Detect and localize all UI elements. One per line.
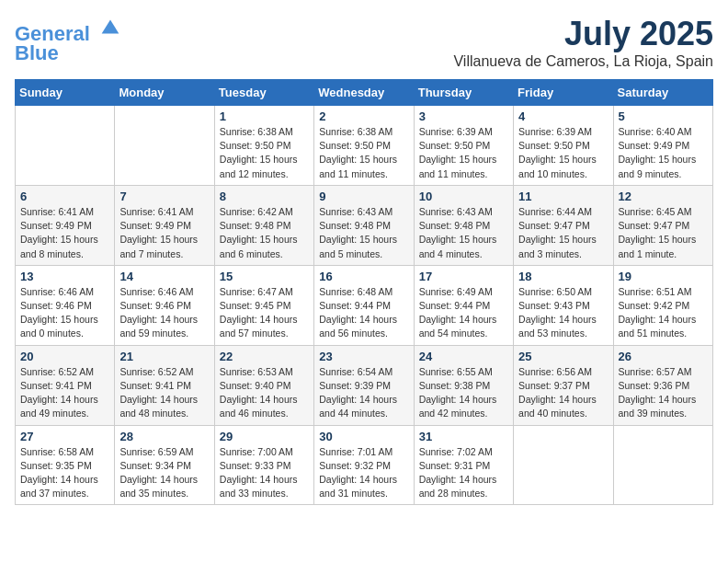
day-info: Sunrise: 6:44 AM Sunset: 9:47 PM Dayligh… — [518, 205, 608, 261]
day-number: 30 — [319, 430, 408, 443]
calendar-cell — [16, 106, 115, 186]
day-info: Sunrise: 6:48 AM Sunset: 9:44 PM Dayligh… — [319, 285, 408, 341]
calendar-cell: 5Sunrise: 6:40 AM Sunset: 9:49 PM Daylig… — [613, 106, 712, 186]
day-number: 31 — [419, 430, 508, 443]
weekday-header: Monday — [115, 80, 214, 106]
day-info: Sunrise: 6:58 AM Sunset: 9:35 PM Dayligh… — [20, 445, 109, 501]
calendar-cell: 2Sunrise: 6:38 AM Sunset: 9:50 PM Daylig… — [314, 106, 414, 186]
calendar-week-row: 27Sunrise: 6:58 AM Sunset: 9:35 PM Dayli… — [16, 425, 713, 505]
calendar-cell: 31Sunrise: 7:02 AM Sunset: 9:31 PM Dayli… — [414, 425, 513, 505]
day-number: 9 — [319, 190, 408, 203]
calendar-cell — [514, 425, 613, 505]
day-info: Sunrise: 6:43 AM Sunset: 9:48 PM Dayligh… — [419, 205, 508, 261]
day-info: Sunrise: 6:46 AM Sunset: 9:46 PM Dayligh… — [119, 285, 209, 341]
calendar-cell: 8Sunrise: 6:42 AM Sunset: 9:48 PM Daylig… — [214, 185, 313, 265]
calendar-cell: 19Sunrise: 6:51 AM Sunset: 9:42 PM Dayli… — [613, 265, 712, 345]
weekday-header: Friday — [514, 80, 613, 106]
calendar-cell: 14Sunrise: 6:46 AM Sunset: 9:46 PM Dayli… — [115, 265, 214, 345]
day-info: Sunrise: 6:46 AM Sunset: 9:46 PM Dayligh… — [20, 285, 109, 341]
day-info: Sunrise: 6:41 AM Sunset: 9:49 PM Dayligh… — [20, 205, 109, 261]
day-info: Sunrise: 7:00 AM Sunset: 9:33 PM Dayligh… — [220, 445, 309, 501]
calendar-cell: 18Sunrise: 6:50 AM Sunset: 9:43 PM Dayli… — [514, 265, 613, 345]
day-info: Sunrise: 7:02 AM Sunset: 9:31 PM Dayligh… — [419, 445, 508, 501]
day-info: Sunrise: 6:52 AM Sunset: 9:41 PM Dayligh… — [119, 365, 209, 421]
logo: General Blue — [15, 15, 123, 65]
weekday-header: Sunday — [16, 80, 115, 106]
page-header: General Blue July 2025 Villanueva de Cam… — [15, 15, 713, 70]
day-number: 28 — [119, 430, 209, 443]
calendar-cell: 24Sunrise: 6:55 AM Sunset: 9:38 PM Dayli… — [414, 345, 513, 425]
calendar-cell: 4Sunrise: 6:39 AM Sunset: 9:50 PM Daylig… — [514, 106, 613, 186]
calendar-cell: 20Sunrise: 6:52 AM Sunset: 9:41 PM Dayli… — [16, 345, 115, 425]
calendar-cell — [613, 425, 712, 505]
calendar-week-row: 20Sunrise: 6:52 AM Sunset: 9:41 PM Dayli… — [16, 345, 713, 425]
day-info: Sunrise: 6:55 AM Sunset: 9:38 PM Dayligh… — [419, 365, 508, 421]
calendar-cell: 10Sunrise: 6:43 AM Sunset: 9:48 PM Dayli… — [414, 185, 513, 265]
calendar-cell: 12Sunrise: 6:45 AM Sunset: 9:47 PM Dayli… — [613, 185, 712, 265]
day-number: 11 — [518, 190, 608, 203]
calendar-cell: 23Sunrise: 6:54 AM Sunset: 9:39 PM Dayli… — [314, 345, 414, 425]
day-number: 26 — [619, 350, 708, 363]
day-number: 12 — [619, 190, 708, 203]
weekday-header: Tuesday — [214, 80, 313, 106]
day-number: 24 — [419, 350, 508, 363]
calendar-cell: 17Sunrise: 6:49 AM Sunset: 9:44 PM Dayli… — [414, 265, 513, 345]
day-info: Sunrise: 6:51 AM Sunset: 9:42 PM Dayligh… — [619, 285, 708, 341]
day-info: Sunrise: 7:01 AM Sunset: 9:32 PM Dayligh… — [319, 445, 408, 501]
day-info: Sunrise: 6:41 AM Sunset: 9:49 PM Dayligh… — [119, 205, 209, 261]
day-info: Sunrise: 6:50 AM Sunset: 9:43 PM Dayligh… — [518, 285, 608, 341]
calendar-cell: 30Sunrise: 7:01 AM Sunset: 9:32 PM Dayli… — [314, 425, 414, 505]
day-number: 15 — [220, 270, 309, 283]
day-info: Sunrise: 6:52 AM Sunset: 9:41 PM Dayligh… — [20, 365, 109, 421]
day-number: 6 — [20, 190, 109, 203]
day-number: 27 — [20, 430, 109, 443]
day-info: Sunrise: 6:38 AM Sunset: 9:50 PM Dayligh… — [319, 125, 408, 181]
calendar-cell: 29Sunrise: 7:00 AM Sunset: 9:33 PM Dayli… — [214, 425, 313, 505]
day-number: 25 — [518, 350, 608, 363]
day-info: Sunrise: 6:53 AM Sunset: 9:40 PM Dayligh… — [220, 365, 309, 421]
calendar-table: SundayMondayTuesdayWednesdayThursdayFrid… — [15, 79, 713, 505]
weekday-header: Saturday — [613, 80, 712, 106]
calendar-cell: 26Sunrise: 6:57 AM Sunset: 9:36 PM Dayli… — [613, 345, 712, 425]
calendar-cell: 13Sunrise: 6:46 AM Sunset: 9:46 PM Dayli… — [16, 265, 115, 345]
calendar-cell: 27Sunrise: 6:58 AM Sunset: 9:35 PM Dayli… — [16, 425, 115, 505]
calendar-cell: 6Sunrise: 6:41 AM Sunset: 9:49 PM Daylig… — [16, 185, 115, 265]
day-number: 16 — [319, 270, 408, 283]
day-info: Sunrise: 6:40 AM Sunset: 9:49 PM Dayligh… — [619, 125, 708, 181]
calendar-cell: 11Sunrise: 6:44 AM Sunset: 9:47 PM Dayli… — [514, 185, 613, 265]
calendar-cell: 25Sunrise: 6:56 AM Sunset: 9:37 PM Dayli… — [514, 345, 613, 425]
day-number: 22 — [220, 350, 309, 363]
calendar-header-row: SundayMondayTuesdayWednesdayThursdayFrid… — [16, 80, 713, 106]
calendar-cell: 7Sunrise: 6:41 AM Sunset: 9:49 PM Daylig… — [115, 185, 214, 265]
calendar-cell: 3Sunrise: 6:39 AM Sunset: 9:50 PM Daylig… — [414, 106, 513, 186]
day-info: Sunrise: 6:56 AM Sunset: 9:37 PM Dayligh… — [518, 365, 608, 421]
calendar-week-row: 6Sunrise: 6:41 AM Sunset: 9:49 PM Daylig… — [16, 185, 713, 265]
month-title: July 2025 — [453, 15, 713, 53]
day-info: Sunrise: 6:57 AM Sunset: 9:36 PM Dayligh… — [619, 365, 708, 421]
day-number: 17 — [419, 270, 508, 283]
day-info: Sunrise: 6:38 AM Sunset: 9:50 PM Dayligh… — [220, 125, 309, 181]
calendar-week-row: 13Sunrise: 6:46 AM Sunset: 9:46 PM Dayli… — [16, 265, 713, 345]
calendar-cell: 9Sunrise: 6:43 AM Sunset: 9:48 PM Daylig… — [314, 185, 414, 265]
day-info: Sunrise: 6:54 AM Sunset: 9:39 PM Dayligh… — [319, 365, 408, 421]
title-section: July 2025 Villanueva de Cameros, La Rioj… — [453, 15, 713, 70]
day-number: 14 — [119, 270, 209, 283]
logo-icon — [97, 15, 123, 40]
calendar-cell: 1Sunrise: 6:38 AM Sunset: 9:50 PM Daylig… — [214, 106, 313, 186]
day-number: 4 — [518, 109, 608, 123]
day-info: Sunrise: 6:59 AM Sunset: 9:34 PM Dayligh… — [119, 445, 209, 501]
day-number: 5 — [619, 109, 708, 123]
day-number: 21 — [119, 350, 209, 363]
day-number: 10 — [419, 190, 508, 203]
day-info: Sunrise: 6:42 AM Sunset: 9:48 PM Dayligh… — [220, 205, 309, 261]
calendar-cell: 16Sunrise: 6:48 AM Sunset: 9:44 PM Dayli… — [314, 265, 414, 345]
weekday-header: Thursday — [414, 80, 513, 106]
day-number: 7 — [119, 190, 209, 203]
calendar-cell: 15Sunrise: 6:47 AM Sunset: 9:45 PM Dayli… — [214, 265, 313, 345]
day-info: Sunrise: 6:39 AM Sunset: 9:50 PM Dayligh… — [419, 125, 508, 181]
calendar-cell: 21Sunrise: 6:52 AM Sunset: 9:41 PM Dayli… — [115, 345, 214, 425]
day-number: 18 — [518, 270, 608, 283]
calendar-cell: 22Sunrise: 6:53 AM Sunset: 9:40 PM Dayli… — [214, 345, 313, 425]
day-number: 29 — [220, 430, 309, 443]
day-info: Sunrise: 6:45 AM Sunset: 9:47 PM Dayligh… — [619, 205, 708, 261]
